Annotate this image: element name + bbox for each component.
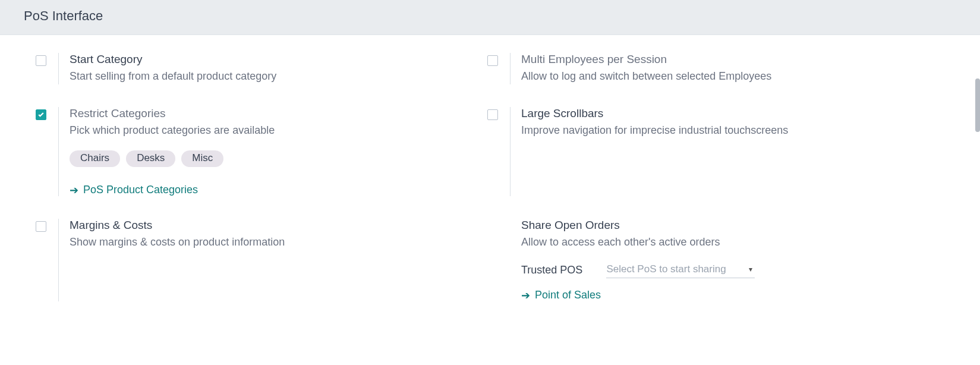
divider bbox=[58, 107, 59, 196]
checkbox-start-category[interactable] bbox=[36, 55, 46, 66]
setting-title: Share Open Orders bbox=[521, 219, 903, 232]
setting-multi-employees: Multi Employees per Session Allow to log… bbox=[487, 53, 903, 84]
setting-title: Margins & Costs bbox=[70, 219, 452, 232]
checkbox-restrict-categories[interactable] bbox=[36, 109, 46, 120]
divider bbox=[58, 53, 59, 84]
select-placeholder: Select PoS to start sharing bbox=[606, 263, 726, 275]
arrow-right-icon: ➔ bbox=[521, 290, 530, 301]
setting-start-category: Start Category Start selling from a defa… bbox=[36, 53, 452, 84]
setting-title: Multi Employees per Session bbox=[521, 53, 903, 66]
section-header: PoS Interface bbox=[0, 0, 980, 35]
setting-desc: Show margins & costs on product informat… bbox=[70, 234, 452, 250]
setting-title: Start Category bbox=[70, 53, 452, 66]
select-trusted-pos[interactable]: Select PoS to start sharing ▾ bbox=[606, 262, 755, 278]
divider bbox=[58, 219, 59, 301]
link-pos-product-categories[interactable]: PoS Product Categories bbox=[83, 184, 198, 196]
checkbox-multi-employees[interactable] bbox=[487, 55, 498, 66]
checkbox-margins-costs[interactable] bbox=[36, 221, 46, 232]
checkbox-large-scrollbars[interactable] bbox=[487, 109, 498, 120]
field-label-trusted-pos: Trusted POS bbox=[521, 264, 582, 276]
setting-share-open-orders: Share Open Orders Allow to access each o… bbox=[487, 219, 903, 301]
scrollbar[interactable] bbox=[975, 78, 980, 132]
divider bbox=[510, 53, 511, 84]
setting-desc: Allow to access each other's active orde… bbox=[521, 234, 903, 250]
setting-desc: Pick which product categories are availa… bbox=[70, 122, 452, 139]
settings-body: Start Category Start selling from a defa… bbox=[0, 35, 927, 348]
category-tag-list: Chairs Desks Misc bbox=[70, 150, 452, 167]
divider bbox=[510, 107, 511, 196]
setting-desc: Start selling from a default product cat… bbox=[70, 68, 452, 84]
link-point-of-sales[interactable]: Point of Sales bbox=[535, 289, 601, 301]
category-tag[interactable]: Desks bbox=[126, 150, 175, 167]
setting-desc: Improve navigation for imprecise industr… bbox=[521, 122, 903, 139]
arrow-right-icon: ➔ bbox=[70, 185, 78, 196]
setting-title: Restrict Categories bbox=[70, 107, 452, 120]
setting-large-scrollbars: Large Scrollbars Improve navigation for … bbox=[487, 107, 903, 196]
caret-down-icon: ▾ bbox=[749, 265, 752, 273]
setting-margins-costs: Margins & Costs Show margins & costs on … bbox=[36, 219, 452, 301]
setting-desc: Allow to log and switch between selected… bbox=[521, 68, 903, 84]
category-tag[interactable]: Chairs bbox=[70, 150, 120, 167]
section-title: PoS Interface bbox=[24, 8, 103, 23]
setting-restrict-categories: Restrict Categories Pick which product c… bbox=[36, 107, 452, 196]
category-tag[interactable]: Misc bbox=[181, 150, 223, 167]
setting-title: Large Scrollbars bbox=[521, 107, 903, 120]
